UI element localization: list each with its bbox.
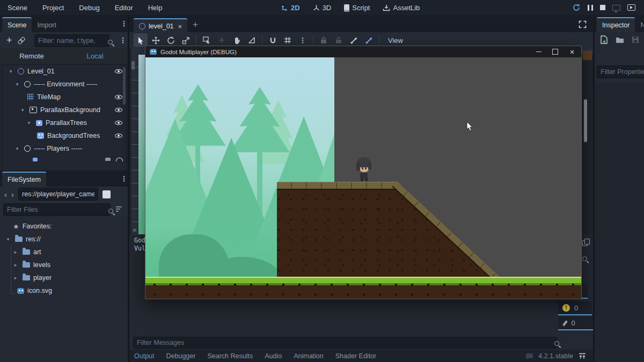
visibility-eye-icon[interactable] <box>114 68 123 75</box>
chevron-down-icon[interactable]: ▾ <box>19 107 26 113</box>
chevron-right-icon[interactable]: ▸ <box>12 249 19 255</box>
tree-row-backgroundtrees[interactable]: BackgroundTrees <box>3 129 126 142</box>
inspector-filter-input[interactable] <box>597 65 644 78</box>
filter-messages-input[interactable] <box>133 337 557 349</box>
assetlib-icon <box>383 4 390 11</box>
local-button[interactable]: Local <box>63 52 127 60</box>
filesystem-menu-icon[interactable]: ⋮ <box>120 174 128 183</box>
nav-back-icon[interactable]: ‹ <box>4 190 7 199</box>
godot-window-icon <box>150 49 157 55</box>
tree-row-parallaxtrees[interactable]: ▾ ParallaxTrees <box>3 116 126 129</box>
chevron-down-icon[interactable]: ▾ <box>25 120 33 125</box>
menu-debug[interactable]: Debug <box>79 4 99 12</box>
scene-dock-menu-icon[interactable]: ⋮ <box>120 19 128 28</box>
workspace-2d-button[interactable]: 2D <box>281 4 300 12</box>
node-icon <box>33 158 38 161</box>
tree-row-level-01[interactable]: ▾ Level_01 <box>3 65 126 78</box>
scene-filter-input[interactable] <box>34 34 109 47</box>
mouse-cursor <box>466 121 473 131</box>
fs-row-player[interactable]: ▸ player <box>0 271 128 284</box>
tree-row-parallaxbackground[interactable]: ▾ ParallaxBackground <box>3 104 126 116</box>
tab-inspector[interactable]: Inspector <box>597 17 635 32</box>
tab-search-results[interactable]: Search Results <box>207 352 253 360</box>
sprite2d-icon <box>37 132 44 139</box>
restart-scene-button[interactable] <box>572 3 581 12</box>
minimize-button[interactable] <box>531 46 547 57</box>
chevron-right-icon[interactable]: ▸ <box>12 275 19 280</box>
pause-scene-button[interactable] <box>588 5 593 11</box>
visibility-eye-icon[interactable] <box>114 93 123 101</box>
fullscreen-icon[interactable] <box>579 20 587 28</box>
remote-button[interactable]: Remote <box>0 52 63 60</box>
menu-editor[interactable]: Editor <box>115 4 133 12</box>
tree-row-tilemap[interactable]: TileMap <box>3 91 126 104</box>
tab-output[interactable]: Output <box>134 352 155 360</box>
new-tab-button[interactable]: + <box>193 19 198 30</box>
game-window[interactable]: Godot Multiplayer (DEBUG) × <box>145 46 582 299</box>
tab-import[interactable]: Import <box>32 17 61 32</box>
tab-animation[interactable]: Animation <box>294 352 324 360</box>
nav-forward-icon[interactable]: › <box>11 190 14 199</box>
view-menu[interactable]: View <box>383 36 408 45</box>
menu-help[interactable]: Help <box>148 4 163 12</box>
maximize-button[interactable] <box>547 46 563 57</box>
tab-filesystem[interactable]: FileSystem <box>2 172 46 187</box>
workspace-assetlib-button[interactable]: AssetLib <box>383 4 420 12</box>
new-resource-icon[interactable] <box>600 35 608 44</box>
sort-files-icon[interactable] <box>116 206 122 212</box>
movie-maker-icon[interactable] <box>627 4 635 11</box>
message-counter[interactable]: 0 <box>558 316 594 330</box>
character-leg <box>365 178 368 181</box>
visibility-eye-icon[interactable] <box>114 132 123 139</box>
add-node-button[interactable]: + <box>6 35 12 46</box>
filesystem-tree: ★ Favorites: ▾ res:// ▸ art ▸ levels ▸ <box>0 217 128 362</box>
visibility-eye-icon[interactable] <box>114 106 123 114</box>
fs-row-art[interactable]: ▸ art <box>0 246 128 258</box>
game-window-titlebar[interactable]: Godot Multiplayer (DEBUG) × <box>145 46 581 57</box>
output-line: Vul <box>134 245 145 253</box>
scene-tree-scrollbar[interactable] <box>123 67 126 105</box>
tree-row-environment[interactable]: ▾ ----- Environment ----- <box>3 78 126 91</box>
chevron-down-icon[interactable]: ▾ <box>7 69 14 74</box>
tab-debugger[interactable]: Debugger <box>166 352 196 360</box>
output-line: God <box>134 237 145 245</box>
scene-toolbar-menu-icon[interactable]: ⋮ <box>119 36 127 45</box>
instance-scene-icon[interactable] <box>16 35 27 46</box>
platform-top-stones <box>277 182 399 190</box>
chevron-down-icon[interactable]: ▾ <box>13 146 21 151</box>
chevron-down-icon[interactable]: ▾ <box>13 82 21 87</box>
tab-shader-editor[interactable]: Shader Editor <box>335 352 376 360</box>
expand-bottom-panel-icon[interactable] <box>579 353 586 359</box>
filesystem-path-input[interactable] <box>18 188 98 201</box>
tree-row-players[interactable]: ▾ ----- Players ----- <box>3 142 126 155</box>
remote-debug-icon[interactable] <box>612 5 620 11</box>
viewport-vscrollbar[interactable] <box>584 99 587 142</box>
fs-row-res[interactable]: ▾ res:// <box>0 233 128 246</box>
save-resource-icon[interactable] <box>632 36 639 43</box>
filesystem-filter-input[interactable] <box>3 203 111 216</box>
chevron-right-icon[interactable]: ▸ <box>12 262 19 268</box>
toggle-split-mode-button[interactable] <box>103 190 111 198</box>
tab-audio[interactable]: Audio <box>265 352 282 360</box>
menu-scene[interactable]: Scene <box>8 4 27 12</box>
script-icon <box>344 4 349 11</box>
close-button[interactable]: × <box>563 46 581 57</box>
close-tab-icon[interactable]: × <box>178 23 182 31</box>
menu-project[interactable]: Project <box>42 4 64 12</box>
tab-level-01[interactable]: level_01 × <box>134 18 187 33</box>
tab-node[interactable]: No <box>635 17 644 32</box>
character-eye <box>365 167 367 169</box>
load-resource-folder-icon[interactable] <box>616 36 624 43</box>
warning-counter[interactable]: ! 0 <box>558 301 592 315</box>
workspace-script-button[interactable]: Script <box>344 4 370 12</box>
ruler-label-zero: 0 <box>132 228 137 231</box>
fs-row-favorites[interactable]: ★ Favorites: <box>0 220 128 233</box>
tab-scene[interactable]: Scene <box>2 17 32 32</box>
fs-row-icon-svg[interactable]: icon.svg <box>0 284 128 297</box>
stop-scene-button[interactable] <box>600 5 605 10</box>
workspace-3d-button[interactable]: 3D <box>313 4 332 12</box>
version-label: 4.2.1.stable <box>538 352 573 360</box>
chevron-down-icon[interactable]: ▾ <box>4 237 12 242</box>
visibility-eye-icon[interactable] <box>114 119 123 127</box>
fs-row-levels[interactable]: ▸ levels <box>0 258 128 271</box>
